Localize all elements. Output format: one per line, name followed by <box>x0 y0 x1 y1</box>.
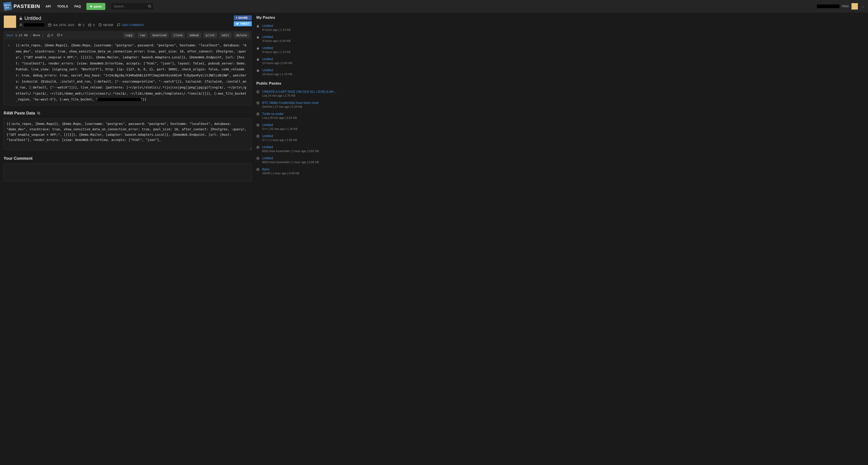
paste-item-title[interactable]: Untitled <box>262 57 338 61</box>
paste-item-title[interactable]: Untitled <box>262 156 338 160</box>
author-redacted <box>24 23 44 27</box>
paste-item-title[interactable]: Untitled <box>262 134 338 138</box>
lock-icon <box>256 35 260 42</box>
paste-item-title[interactable]: Bans <box>262 168 338 171</box>
lock-icon <box>256 47 260 54</box>
stars-meta[interactable]: 0 <box>88 23 94 27</box>
paste-list-item[interactable]: Untitled9 hours ago | 1.13 KB <box>256 45 338 55</box>
paste-list-item[interactable]: BTC Wallet Credentials have been resetGe… <box>256 99 338 110</box>
svg-rect-3 <box>49 24 51 26</box>
public-pastes-title: Public Pastes <box>256 81 338 86</box>
paste-list-item[interactable]: Untitled6502 Kick Assembler | 1 hour ago… <box>256 143 338 154</box>
paste-item-meta: 10 hours ago | 1.13 KB <box>262 72 338 76</box>
paste-btn-label: paste <box>94 5 102 8</box>
lock-icon <box>256 24 260 31</box>
svg-point-7 <box>79 24 80 25</box>
paste-list-item[interactable]: Untitled6502 Kick Assembler | 1 hour ago… <box>256 154 338 166</box>
plus-icon: ✚ <box>90 5 92 8</box>
paste-toolbar: text 1.13 KB | None | 0 0 copy raw downl… <box>4 31 252 39</box>
search-input[interactable] <box>111 2 154 10</box>
facebook-icon: f <box>236 16 237 20</box>
globe-icon <box>256 146 260 153</box>
code-block[interactable]: 1. [{:ecto_repos, [Demo.Repo]}, {Demo.Re… <box>4 39 252 106</box>
views-meta: 2 <box>78 23 84 27</box>
raw-section-title: RAW Paste Data <box>4 111 252 116</box>
main-nav: API TOOLS FAQ <box>46 4 81 8</box>
paste-list-item[interactable]: Untitled9 hours ago | 1.13 KB <box>256 22 338 33</box>
svg-point-0 <box>148 5 150 7</box>
code-content: [{:ecto_repos, [Demo.Repo]}, {Demo.Repo,… <box>16 42 248 103</box>
add-comment-label[interactable]: ADD COMMENT <box>122 23 144 27</box>
search-icon[interactable] <box>148 4 151 8</box>
like-button[interactable]: 0 <box>47 33 53 37</box>
file-size: 1.13 KB <box>15 33 28 37</box>
nav-faq[interactable]: FAQ <box>74 4 81 8</box>
star-icon <box>88 23 92 27</box>
lock-icon <box>19 17 23 20</box>
account-area[interactable]: FREE ⌄ <box>817 3 864 10</box>
add-comment-link[interactable]: ADD COMMENT <box>117 23 144 27</box>
edit-button[interactable]: edit <box>220 33 231 38</box>
delete-button[interactable]: delete <box>234 33 249 38</box>
search-box <box>111 2 154 10</box>
svg-marker-8 <box>88 23 91 26</box>
chevron-down-icon[interactable]: ⌄ <box>862 4 864 8</box>
user-icon <box>19 23 23 27</box>
copy-icon[interactable] <box>37 111 40 115</box>
paste-item-title[interactable]: BTC Wallet Credentials have been reset <box>262 101 338 105</box>
paste-item-title[interactable]: Turtle no ender <box>262 112 338 116</box>
thumbs-down-icon <box>57 34 60 37</box>
username-redacted <box>817 4 839 8</box>
syntax-lang[interactable]: text <box>6 33 13 37</box>
facebook-share-button[interactable]: f SHARE <box>234 16 252 20</box>
paste-header: Untitled JUL 15TH, 2023 2 <box>4 16 252 28</box>
paste-item-title[interactable]: Untitled <box>262 24 338 28</box>
paste-title: Untitled <box>24 16 41 21</box>
twitter-icon <box>236 22 239 25</box>
tweet-label: TWEET <box>240 22 250 25</box>
twitter-tweet-button[interactable]: TWEET <box>234 21 252 26</box>
nav-tools[interactable]: TOOLS <box>57 4 68 8</box>
paste-item-title[interactable]: Untitled <box>262 46 338 50</box>
paste-list-item[interactable]: CREATE A CART RIDE UNLOCK ALL LEVELS AND… <box>256 88 338 99</box>
download-button[interactable]: download <box>150 33 169 38</box>
raw-textarea[interactable] <box>4 118 252 150</box>
comment-input[interactable] <box>4 164 252 182</box>
paste-list-item[interactable]: UntitledC++ | 32 min ago | 1.26 KB <box>256 121 338 133</box>
embed-button[interactable]: embed <box>187 33 201 38</box>
paste-item-meta: JSON | 1 hour ago | 0.04 KB <box>262 172 338 175</box>
new-paste-button[interactable]: ✚ paste <box>86 3 105 10</box>
clone-button[interactable]: clone <box>171 33 185 38</box>
print-button[interactable]: print <box>204 33 217 38</box>
avatar-icon[interactable] <box>851 3 858 10</box>
sidebar: My Pastes Untitled9 hours ago | 1.13 KBU… <box>256 16 338 182</box>
svg-point-2 <box>20 24 21 25</box>
globe-icon <box>256 168 260 175</box>
logo[interactable]: 0011101 PASTEBIN <box>4 2 40 10</box>
dislike-count: 0 <box>61 33 63 37</box>
globe-icon <box>256 157 260 164</box>
copy-button[interactable]: copy <box>123 33 135 38</box>
paste-list-item[interactable]: Untitled9 hours ago | 0.00 KB <box>256 33 338 45</box>
paste-item-title[interactable]: CREATE A CART RIDE UNLOCK ALL LEVELS AND… <box>262 90 338 93</box>
paste-list-item[interactable]: Turtle no enderLua | 29 min ago | 3.43 K… <box>256 110 338 121</box>
paste-list-item[interactable]: BansJSON | 1 hour ago | 0.04 KB <box>256 166 338 177</box>
raw-button[interactable]: raw <box>137 33 147 38</box>
account-tier: FREE <box>842 5 849 8</box>
author-meta[interactable] <box>19 23 44 27</box>
author-avatar[interactable] <box>4 16 16 28</box>
paste-list-item[interactable]: Untitled10 hours ago | 0.00 KB <box>256 55 338 66</box>
nav-api[interactable]: API <box>46 4 51 8</box>
public-pastes-list: CREATE A CART RIDE UNLOCK ALL LEVELS AND… <box>256 88 338 177</box>
star-count: 0 <box>93 23 94 27</box>
top-header: 0011101 PASTEBIN API TOOLS FAQ ✚ paste F… <box>0 0 868 13</box>
paste-item-title[interactable]: Untitled <box>262 145 338 149</box>
paste-list-item[interactable]: Untitled10 hours ago | 1.13 KB <box>256 66 338 78</box>
svg-rect-11 <box>37 112 39 114</box>
dislike-button[interactable]: 0 <box>57 33 63 37</box>
paste-item-title[interactable]: Untitled <box>262 68 338 72</box>
redacted-value <box>98 98 141 101</box>
paste-item-title[interactable]: Untitled <box>262 123 338 127</box>
paste-item-title[interactable]: Untitled <box>262 35 338 39</box>
paste-list-item[interactable]: UntitledC++ | 1 hour ago | 2.58 KB <box>256 133 338 143</box>
